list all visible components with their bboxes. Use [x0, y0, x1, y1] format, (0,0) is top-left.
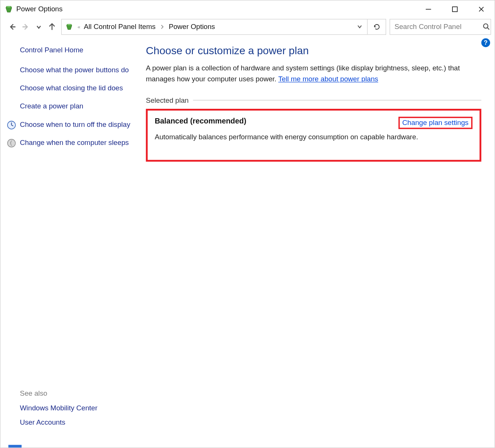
nav-history-dropdown[interactable] — [33, 21, 44, 32]
refresh-button[interactable] — [368, 19, 386, 35]
moon-icon — [7, 138, 17, 148]
svg-point-9 — [483, 24, 488, 28]
svg-point-14 — [8, 139, 15, 147]
minimize-button[interactable] — [415, 0, 442, 18]
close-button[interactable] — [468, 0, 495, 18]
section-label: Selected plan — [146, 96, 188, 104]
tell-me-more-link[interactable]: Tell me more about power plans — [278, 75, 378, 83]
address-dropdown-icon[interactable] — [357, 23, 363, 30]
svg-line-10 — [487, 27, 489, 29]
chevron-right-icon — [160, 25, 165, 29]
main-content: Choose or customize a power plan A power… — [137, 40, 495, 447]
nav-bar: « All Control Panel Items Power Options — [0, 18, 495, 36]
page-heading: Choose or customize a power plan — [146, 44, 481, 57]
breadcrumb-overflow-icon[interactable]: « — [78, 24, 80, 29]
power-options-icon — [64, 22, 74, 32]
help-icon: ? — [484, 39, 487, 46]
sidebar-link-closing-lid[interactable]: Choose what closing the lid does — [20, 83, 133, 93]
help-button[interactable]: ? — [481, 38, 490, 47]
selected-plan-box: Balanced (recommended) Change plan setti… — [146, 109, 481, 162]
sidebar-link-turn-off-display[interactable]: Choose when to turn off the display — [20, 119, 133, 130]
breadcrumb-item[interactable]: Power Options — [169, 23, 215, 31]
see-also-mobility-center[interactable]: Windows Mobility Center — [20, 404, 133, 412]
sidebar: Control Panel Home Choose what the power… — [0, 40, 137, 447]
search-icon[interactable] — [483, 23, 490, 31]
power-options-icon — [4, 5, 14, 14]
address-bar[interactable]: « All Control Panel Items Power Options — [61, 19, 368, 35]
clock-icon — [7, 120, 17, 130]
control-panel-home-link[interactable]: Control Panel Home — [20, 46, 133, 54]
section-divider — [193, 100, 481, 101]
plan-name: Balanced (recommended) — [155, 117, 246, 125]
nav-back-button[interactable] — [7, 21, 18, 32]
svg-point-8 — [67, 24, 71, 25]
maximize-button[interactable] — [442, 0, 468, 18]
plan-description: Automatically balances performance with … — [155, 131, 447, 142]
sidebar-link-create-plan[interactable]: Create a power plan — [20, 101, 133, 111]
change-plan-settings-link[interactable]: Change plan settings — [398, 117, 472, 129]
sidebar-link-computer-sleeps[interactable]: Change when the computer sleeps — [20, 137, 133, 148]
search-box[interactable] — [390, 19, 491, 35]
svg-rect-2 — [452, 7, 457, 12]
nav-up-button[interactable] — [46, 21, 58, 32]
nav-forward-button[interactable] — [20, 21, 31, 32]
svg-point-0 — [7, 6, 11, 8]
window-title: Power Options — [16, 5, 63, 13]
sidebar-link-power-buttons[interactable]: Choose what the power buttons do — [20, 65, 133, 75]
see-also-user-accounts[interactable]: User Accounts — [20, 419, 133, 427]
taskbar-fragment — [8, 445, 21, 448]
see-also-label: See also — [20, 389, 133, 397]
search-input[interactable] — [394, 23, 483, 31]
breadcrumb-item[interactable]: All Control Panel Items — [84, 23, 155, 31]
page-description: A power plan is a collection of hardware… — [146, 63, 481, 85]
title-bar: Power Options — [0, 0, 495, 18]
